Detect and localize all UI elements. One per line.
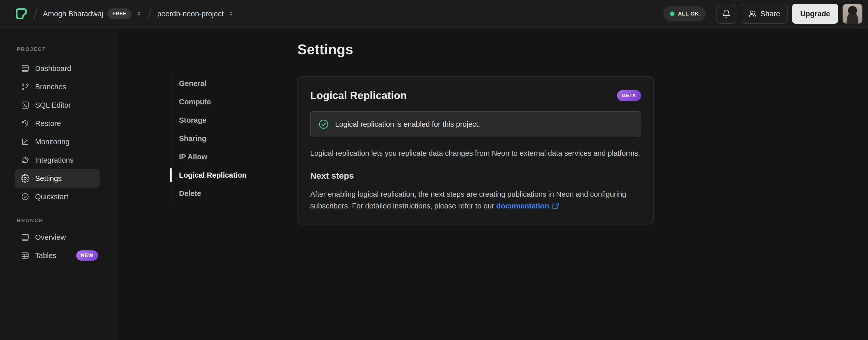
sidebar-item-label: SQL Editor bbox=[35, 101, 71, 109]
org-switcher[interactable]: Amogh Bharadwaj FREE bbox=[43, 8, 142, 19]
avatar[interactable] bbox=[843, 4, 862, 24]
external-link-icon bbox=[552, 202, 559, 210]
status-text: ALL OK bbox=[678, 11, 699, 17]
integrations-icon bbox=[21, 156, 30, 164]
chevron-updown-icon bbox=[135, 10, 142, 17]
success-alert: Logical replication is enabled for this … bbox=[310, 111, 641, 137]
sidebar-item-restore[interactable]: Restore bbox=[15, 114, 100, 133]
card-header: Logical Replication BETA bbox=[310, 90, 641, 102]
documentation-link-label: documentation bbox=[496, 202, 549, 210]
check-circle-icon bbox=[318, 119, 329, 130]
share-button[interactable]: Share bbox=[741, 4, 788, 24]
sidebar-item-label: Branches bbox=[35, 83, 66, 91]
sidebar-item-label: Overview bbox=[35, 233, 66, 242]
restore-icon bbox=[21, 119, 30, 128]
breadcrumb-separator bbox=[33, 8, 38, 20]
branches-icon bbox=[21, 82, 30, 91]
project-name: peerdb-neon-project bbox=[157, 10, 223, 18]
next-steps-text: After enabling logical replication, the … bbox=[310, 188, 641, 212]
chevron-updown-icon bbox=[228, 10, 235, 17]
documentation-link[interactable]: documentation bbox=[496, 202, 559, 210]
upgrade-button[interactable]: Upgrade bbox=[792, 4, 838, 24]
branch-nav-list: Overview Tables NEW bbox=[0, 228, 116, 265]
sidebar-item-integrations[interactable]: Integrations bbox=[15, 151, 100, 169]
dashboard-icon bbox=[21, 64, 30, 73]
sidebar-item-overview[interactable]: Overview bbox=[15, 228, 100, 246]
notifications-button[interactable] bbox=[716, 4, 736, 24]
app-root: Amogh Bharadwaj FREE peerdb-neon-project bbox=[0, 0, 868, 340]
overview-icon bbox=[21, 233, 30, 242]
settings-nav-delete[interactable]: Delete bbox=[172, 184, 247, 203]
status-badge[interactable]: ALL OK bbox=[663, 6, 706, 21]
settings-nav-ip-allow[interactable]: IP Allow bbox=[172, 148, 247, 166]
settings-nav-general[interactable]: General bbox=[172, 74, 247, 93]
neon-logo[interactable] bbox=[15, 7, 28, 20]
breadcrumb: Amogh Bharadwaj FREE peerdb-neon-project bbox=[15, 7, 235, 20]
sidebar-item-branches[interactable]: Branches bbox=[15, 78, 100, 96]
project-section-label: PROJECT bbox=[0, 46, 116, 52]
card-description: Logical replication lets you replicate d… bbox=[310, 147, 641, 159]
sidebar-item-sql-editor[interactable]: SQL Editor bbox=[15, 96, 100, 114]
sidebar-item-label: Restore bbox=[35, 119, 61, 128]
settings-nav-storage[interactable]: Storage bbox=[172, 111, 247, 129]
bell-icon bbox=[722, 9, 731, 18]
project-nav-list: Dashboard Branches SQL E bbox=[0, 59, 116, 206]
project-switcher[interactable]: peerdb-neon-project bbox=[157, 10, 234, 18]
sidebar-item-label: Quickstart bbox=[35, 193, 68, 201]
logical-replication-card: Logical Replication BETA Logical replica… bbox=[298, 76, 654, 224]
sidebar-item-settings[interactable]: Settings bbox=[15, 169, 100, 188]
sidebar-item-quickstart[interactable]: Quickstart bbox=[15, 188, 100, 206]
card-title: Logical Replication bbox=[310, 90, 407, 102]
gear-icon bbox=[21, 174, 30, 183]
monitoring-icon bbox=[21, 137, 30, 146]
tables-icon bbox=[21, 251, 30, 260]
sidebar-item-dashboard[interactable]: Dashboard bbox=[15, 59, 100, 78]
next-steps-title: Next steps bbox=[310, 171, 641, 181]
neon-logo-icon bbox=[15, 7, 28, 20]
status-dot-icon bbox=[670, 11, 675, 16]
breadcrumb-separator bbox=[148, 8, 152, 20]
page-title: Settings bbox=[298, 41, 353, 58]
topbar-actions: ALL OK Share Upgrade bbox=[663, 4, 862, 24]
sidebar-item-tables[interactable]: Tables NEW bbox=[15, 246, 100, 265]
topbar: Amogh Bharadwaj FREE peerdb-neon-project bbox=[0, 0, 868, 28]
settings-nav: General Compute Storage Sharing IP Allow… bbox=[171, 74, 247, 203]
share-label: Share bbox=[761, 10, 780, 18]
new-badge: NEW bbox=[76, 250, 98, 261]
beta-badge: BETA bbox=[617, 90, 641, 101]
alert-text: Logical replication is enabled for this … bbox=[335, 120, 480, 129]
plan-badge: FREE bbox=[107, 8, 131, 19]
org-name: Amogh Bharadwaj bbox=[43, 10, 103, 18]
sidebar: PROJECT Dashboard Branches bbox=[0, 29, 117, 340]
users-icon bbox=[748, 9, 757, 18]
main-content: Settings General Compute Storage Sharing… bbox=[117, 29, 868, 340]
sidebar-item-label: Integrations bbox=[35, 156, 74, 164]
sql-editor-icon bbox=[21, 101, 30, 109]
settings-nav-compute[interactable]: Compute bbox=[172, 93, 247, 111]
settings-nav-sharing[interactable]: Sharing bbox=[172, 129, 247, 148]
sidebar-item-monitoring[interactable]: Monitoring bbox=[15, 133, 100, 151]
sidebar-item-label: Tables bbox=[35, 251, 57, 260]
settings-nav-logical-replication[interactable]: Logical Replication bbox=[172, 166, 247, 184]
branch-section-label: BRANCH bbox=[0, 218, 116, 223]
check-circle-icon bbox=[21, 192, 30, 201]
next-steps-text-body: After enabling logical replication, the … bbox=[310, 190, 626, 210]
sidebar-item-label: Settings bbox=[35, 174, 62, 183]
sidebar-item-label: Dashboard bbox=[35, 64, 71, 73]
sidebar-item-label: Monitoring bbox=[35, 138, 69, 146]
